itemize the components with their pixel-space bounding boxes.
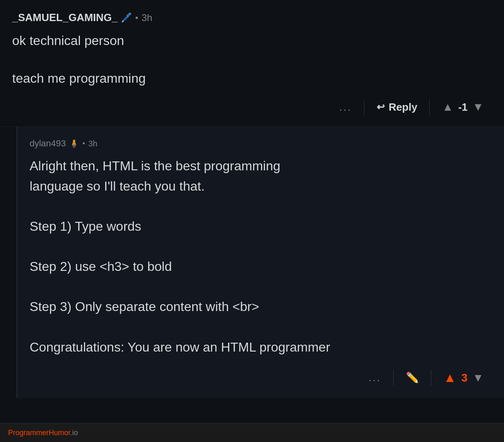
parent-vote-section: ▲ -1 ▼ — [434, 97, 492, 118]
comment-thread: _SAMUEL_GAMING_ 🖊️ • 3h ok technical per… — [0, 0, 504, 398]
reply-comment-header: dylan493 🧍 • 3h — [30, 138, 492, 149]
footer-text: ProgrammerHumor.io — [8, 429, 78, 437]
reply-upvote-button[interactable]: ▲ — [444, 370, 457, 385]
reply-timestamp: 3h — [88, 139, 97, 148]
parent-vote-count: -1 — [458, 101, 467, 114]
parent-dot: • — [135, 13, 138, 23]
parent-comment-body: ok technical person teach me programming — [12, 31, 492, 88]
reply-body-line5: Step 3) Only separate content with <br> — [30, 297, 492, 317]
reply-arrow-icon: ↩ — [377, 101, 385, 113]
divider2 — [429, 99, 430, 115]
reply-vote-count: 3 — [461, 371, 468, 384]
reply-divider2 — [431, 370, 431, 386]
pen-icon: 🖊️ — [121, 13, 132, 23]
parent-username: _SAMUEL_GAMING_ — [12, 11, 118, 24]
reply-body-line3: Step 1) Type words — [30, 217, 492, 237]
parent-comment-header: _SAMUEL_GAMING_ 🖊️ • 3h — [12, 11, 492, 24]
parent-body-line2: teach me programming — [12, 69, 492, 88]
parent-comment: _SAMUEL_GAMING_ 🖊️ • 3h ok technical per… — [0, 0, 504, 88]
reply-body-line4: Step 2) use <h3> to bold — [30, 257, 492, 277]
reply-label: Reply — [389, 101, 418, 114]
reply-edit-icon[interactable]: ✏️ — [406, 371, 419, 384]
parent-body-line1: ok technical person — [12, 31, 492, 50]
reply-body-line6: Congratulations: You are now an HTML pro… — [30, 337, 492, 358]
parent-action-bar: ... ↩ Reply ▲ -1 ▼ — [0, 88, 504, 127]
reply-action-bar: ... ✏️ ▲ 3 ▼ — [30, 357, 492, 398]
reply-divider — [393, 370, 394, 386]
reply-vote-section: ✏️ — [398, 367, 427, 388]
parent-timestamp: 3h — [142, 12, 153, 24]
parent-downvote-button[interactable]: ▼ — [472, 101, 484, 114]
parent-upvote-button[interactable]: ▲ — [442, 101, 453, 114]
reply-body-line2: language so I'll teach you that. — [30, 176, 492, 197]
reply-comment: dylan493 🧍 • 3h Alright then, HTML is th… — [16, 127, 504, 398]
divider — [364, 99, 364, 115]
reply-comment-body: Alright then, HTML is the best programmi… — [30, 156, 492, 357]
reply-downvote-button[interactable]: ▼ — [472, 371, 484, 384]
brand-suffix: .io — [70, 429, 78, 437]
reply-upvote-section: ▲ 3 ▼ — [435, 366, 492, 389]
parent-reply-button[interactable]: ↩ Reply — [368, 97, 426, 118]
reply-dot: • — [82, 139, 85, 148]
reply-more-button[interactable]: ... — [360, 367, 389, 388]
reply-body-line1: Alright then, HTML is the best programmi… — [30, 156, 492, 176]
user-avatar-icon: 🧍 — [69, 139, 79, 148]
parent-more-button[interactable]: ... — [331, 97, 360, 118]
brand-name: ProgrammerHumor — [8, 429, 70, 437]
footer: ProgrammerHumor.io — [0, 423, 504, 442]
reply-username: dylan493 — [30, 138, 66, 149]
